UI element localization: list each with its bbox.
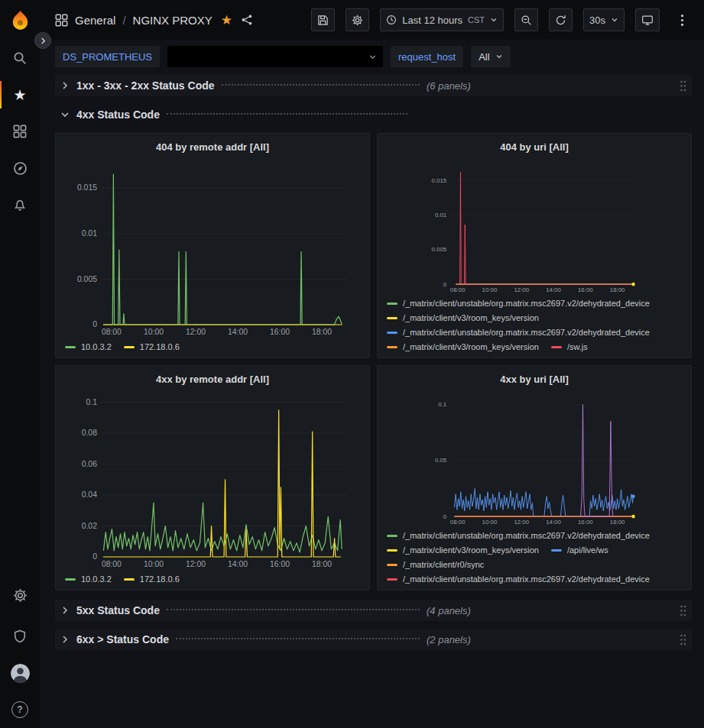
legend-item[interactable]: 10.0.3.2: [65, 574, 112, 584]
panel-title[interactable]: 4xx by remote addr [All]: [63, 370, 362, 389]
shield-icon: [13, 629, 27, 643]
legend-item[interactable]: /_matrix/client/v3/room_keys/version: [387, 312, 539, 323]
row-header-6xx[interactable]: 6xx > Status Code (2 panels): [55, 629, 692, 650]
zoom-out-button[interactable]: [514, 8, 538, 31]
row-panel-count: (6 panels): [427, 80, 471, 92]
refresh-interval-dropdown[interactable]: 30s: [583, 8, 625, 31]
chevron-down-icon: [611, 16, 618, 24]
request-host-value-select[interactable]: All: [471, 46, 510, 67]
sidebar-item-starred[interactable]: ★: [0, 76, 40, 113]
sidebar-item-search[interactable]: [0, 40, 40, 76]
legend-item[interactable]: 10.0.3.2: [65, 341, 112, 352]
legend-label: /_matrix/client/v3/room_keys/version: [403, 312, 539, 323]
time-series-plot[interactable]: 00.0050.010.01508:0010:0012:0014:0016:00…: [63, 157, 362, 338]
breadcrumb-separator: /: [122, 14, 125, 27]
legend-item[interactable]: /_matrix/client/v3/room_keys/version: [387, 341, 539, 352]
legend-item[interactable]: 172.18.0.6: [124, 574, 180, 584]
row-header-5xx[interactable]: 5xx Status Code (4 panels): [55, 600, 692, 621]
time-series-plot[interactable]: 00.020.040.060.080.108:0010:0012:0014:00…: [63, 389, 362, 570]
chevron-right-icon: [61, 82, 76, 89]
row-title-leader-dots: [222, 84, 420, 86]
row-title-leader-dots: [176, 638, 420, 639]
save-dashboard-button[interactable]: [311, 8, 335, 31]
ds-prometheus-value-select[interactable]: [167, 46, 383, 67]
sidebar-item-explore[interactable]: [0, 150, 40, 186]
time-range-label: Last 12 hours: [402, 15, 462, 26]
row-drag-handle[interactable]: [679, 79, 687, 92]
user-avatar[interactable]: [0, 655, 40, 691]
legend-item[interactable]: /sw.js: [551, 341, 588, 352]
kiosk-mode-button[interactable]: [635, 8, 660, 31]
row-title-leader-dots: [167, 609, 420, 610]
legend-item[interactable]: /_matrix/client/unstable/org.matrix.msc2…: [387, 327, 650, 338]
svg-text:10:00: 10:00: [482, 286, 498, 293]
svg-text:0.1: 0.1: [438, 401, 446, 408]
row-panel-count: (4 panels): [427, 605, 471, 616]
legend-label: 172.18.0.6: [140, 341, 180, 352]
svg-text:0.005: 0.005: [432, 246, 447, 253]
svg-text:0: 0: [92, 552, 97, 561]
legend-item[interactable]: 172.18.0.6: [124, 341, 180, 352]
svg-text:16:00: 16:00: [270, 328, 290, 336]
row-drag-handle[interactable]: [679, 604, 687, 617]
panel-title[interactable]: 404 by remote addr [All]: [63, 138, 362, 157]
share-icon[interactable]: [241, 14, 253, 26]
panel-title[interactable]: 4xx by uri [All]: [385, 370, 683, 389]
series-color-swatch: [124, 578, 135, 581]
panel-legend: /_matrix/client/unstable/org.matrix.msc2…: [385, 526, 683, 584]
svg-text:08:00: 08:00: [450, 519, 466, 526]
sidebar-expand-button[interactable]: [34, 32, 51, 49]
row-header-4xx[interactable]: 4xx Status Code: [55, 104, 692, 125]
legend-item[interactable]: /_matrix/client/v3/room_keys/version: [387, 545, 539, 555]
row-drag-handle[interactable]: [679, 633, 687, 646]
series-color-swatch: [387, 317, 397, 319]
panel-4xx-by-uri: 4xx by uri [All] 00.050.108:0010:0012:00…: [377, 365, 692, 590]
sidebar-item-dashboards[interactable]: [0, 113, 40, 150]
refresh-icon: [555, 15, 566, 26]
time-series-plot[interactable]: 00.050.108:0010:0012:0014:0016:0018:00: [385, 389, 683, 526]
svg-text:0.005: 0.005: [77, 275, 97, 283]
sidebar-item-admin[interactable]: [0, 618, 40, 655]
gear-icon: [352, 15, 363, 26]
sidebar-item-alerting[interactable]: [0, 186, 40, 223]
svg-text:0.015: 0.015: [432, 177, 447, 184]
time-range-picker[interactable]: Last 12 hours CST: [380, 8, 504, 31]
legend-item[interactable]: /api/live/ws: [551, 545, 608, 555]
chevron-right-icon: [40, 37, 47, 44]
row-header-1xx-3xx-2xx[interactable]: 1xx - 3xx - 2xx Status Code (6 panels): [55, 75, 692, 96]
panel-title[interactable]: 404 by uri [All]: [385, 138, 683, 157]
breadcrumb-folder[interactable]: General: [75, 14, 115, 27]
svg-text:12:00: 12:00: [514, 286, 529, 293]
series-color-swatch: [387, 303, 397, 305]
grafana-flame-icon: [10, 10, 31, 31]
svg-text:10:00: 10:00: [482, 519, 498, 526]
star-icon: ★: [13, 88, 26, 102]
svg-text:12:00: 12:00: [186, 328, 206, 336]
chart-canvas: 00.050.108:0010:0012:0014:0016:0018:00: [385, 389, 683, 526]
series-color-swatch: [551, 346, 562, 348]
series-color-swatch: [387, 549, 397, 552]
variable-label-request-host: request_host: [391, 46, 463, 67]
legend-item[interactable]: /_matrix/client/unstable/org.matrix.msc2…: [387, 298, 650, 309]
legend-item[interactable]: /_matrix/client/unstable/org.matrix.msc2…: [387, 574, 650, 584]
refresh-button[interactable]: [549, 8, 573, 31]
favorite-star-button[interactable]: ★: [221, 14, 232, 27]
series-color-swatch: [387, 578, 397, 581]
svg-text:10:00: 10:00: [144, 560, 164, 568]
monitor-icon: [641, 15, 654, 26]
time-series-plot[interactable]: 00.0050.010.01508:0010:0012:0014:0016:00…: [385, 157, 683, 294]
sidebar-item-help[interactable]: ?: [0, 691, 40, 728]
more-options-button[interactable]: [670, 8, 693, 31]
svg-text:08:00: 08:00: [450, 286, 466, 293]
breadcrumb: General / NGINX PROXY ★: [55, 14, 253, 27]
legend-item[interactable]: /_matrix/client/r0/sync: [387, 559, 484, 570]
dashboard-settings-button[interactable]: [346, 8, 369, 31]
legend-item[interactable]: /_matrix/client/unstable/org.matrix.msc2…: [387, 530, 650, 541]
sidebar-item-configuration[interactable]: [0, 577, 40, 613]
row-title: 4xx Status Code: [76, 108, 160, 121]
row-panel-count: (2 panels): [427, 634, 471, 645]
panel-404-by-remote-addr: 404 by remote addr [All] 00.0050.010.015…: [55, 133, 370, 358]
drag-grip-icon: [679, 604, 687, 617]
chart-canvas: 00.0050.010.01508:0010:0012:0014:0016:00…: [63, 157, 362, 338]
grafana-logo[interactable]: [0, 0, 40, 40]
